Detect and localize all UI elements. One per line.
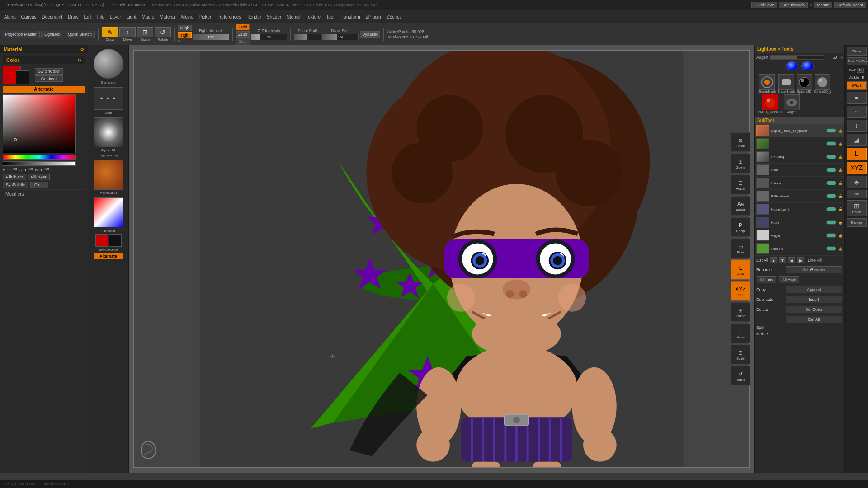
subtool-visible-0[interactable] [826, 128, 836, 133]
menu-texture[interactable]: Texture [303, 14, 323, 20]
del-all-button[interactable]: Del All [786, 316, 842, 323]
menu-macro[interactable]: Macro [139, 14, 156, 20]
menu-zplugin[interactable]: ZPlugin [363, 14, 383, 20]
zadd-button[interactable]: Zadd [236, 24, 250, 30]
subtool-item-laym[interactable]: L.Aym 🔒 [755, 177, 844, 190]
rgb-button[interactable]: Rgb [178, 32, 192, 38]
augen-brush-icon[interactable] [784, 94, 800, 110]
alternate-button[interactable]: Alternate [3, 86, 85, 93]
tool-move[interactable]: ↕ [847, 120, 867, 132]
menu-render[interactable]: Render [244, 14, 264, 20]
focal-shift-slider[interactable]: 0 [294, 34, 321, 40]
arrow-up-btn[interactable]: ▲ [770, 257, 777, 263]
del-other-button[interactable]: Del Other [786, 306, 842, 313]
dots-brush-preview[interactable]: • • • [94, 87, 123, 110]
alpha-preview[interactable] [94, 117, 123, 147]
tool-clone[interactable]: Clone [847, 47, 867, 56]
subtool-item-frissen[interactable]: Frissen 🔒 [755, 242, 844, 255]
auto-reorder-button[interactable]: AutoReorder [786, 266, 842, 273]
brush-preview-sphere[interactable] [94, 49, 123, 79]
menu-movie[interactable]: Movie [179, 14, 196, 20]
all-high-button[interactable]: All High [779, 276, 799, 283]
menu-layer[interactable]: Layer [108, 14, 123, 20]
menu-canvas[interactable]: Canvas [19, 14, 39, 20]
simple-brush-icon[interactable] [759, 74, 775, 90]
menu-preferences[interactable]: Preferences [214, 14, 243, 20]
menu-alpha[interactable]: Alpha [2, 14, 18, 20]
subtool-visible-frissen[interactable] [826, 246, 836, 251]
subtool-item-brillenband[interactable]: Brillenband 🔒 [755, 190, 844, 203]
tool-clay[interactable]: ◪ [847, 134, 867, 146]
hue-bar[interactable] [3, 155, 76, 160]
dynamic-button[interactable]: Dynamic [360, 31, 380, 38]
fill-object-button[interactable]: FillObject [3, 174, 26, 180]
subtool-item-brille[interactable]: Brille 🔒 [755, 164, 844, 177]
color-secondary-swatch[interactable] [16, 70, 29, 84]
quicksave-button[interactable]: QuickSave [751, 2, 778, 8]
draw-button[interactable]: ✎ [102, 27, 118, 37]
pm3d-sphere-icon[interactable] [762, 94, 778, 110]
tool-polyf[interactable]: PolyF [847, 190, 867, 198]
menu-stencil[interactable]: Stencil [284, 14, 302, 20]
augen-scroll-btn[interactable]: ⊕ Scroll [731, 132, 750, 152]
sphere3d-1-icon[interactable] [815, 74, 830, 90]
append-button[interactable]: Append [786, 286, 842, 293]
z-intensity-slider[interactable]: 25 [251, 34, 287, 40]
subtool-visible-hosenband[interactable] [826, 207, 836, 211]
subtool-item-augen[interactable]: Augen 🔒 [755, 229, 844, 242]
sys-palette-button[interactable]: SysPalette [3, 182, 28, 188]
tool-local-active[interactable]: L [847, 148, 867, 160]
lightbox-btn[interactable]: LightBox [41, 31, 63, 38]
mrgb-button[interactable]: Mrgb [178, 25, 192, 31]
tool-spix3[interactable]: SPix 3 [847, 81, 867, 90]
gradient-preview-small[interactable] [94, 197, 123, 227]
insert-button[interactable]: Insert [786, 296, 842, 303]
tool-smooth[interactable]: ○ [847, 106, 867, 118]
seethrough-button[interactable]: See-through [779, 2, 808, 8]
subtool-visible-laym[interactable] [826, 181, 836, 185]
eye-left-btn[interactable] [786, 61, 798, 70]
subtool-item-hosenband[interactable]: Hosenband 🔒 [755, 203, 844, 216]
augen-slider[interactable] [770, 55, 824, 60]
rotate-button[interactable]: ↺ [155, 27, 171, 37]
rgb-intensity-slider[interactable]: 100 [193, 34, 229, 40]
fill-layer-button[interactable]: FillLayer [28, 174, 50, 180]
arrow-right-btn[interactable]: ▶ [797, 257, 804, 263]
switch-color-black[interactable] [109, 234, 122, 247]
move-button[interactable]: ↕ [119, 27, 136, 37]
subtool-visible-augen[interactable] [826, 233, 836, 238]
tool-xyz-active[interactable]: XYZ [847, 162, 867, 174]
aahat-btn[interactable]: Aa AaHat [731, 196, 750, 216]
brightness-bar[interactable] [3, 161, 76, 166]
menu-transform[interactable]: Transform [337, 14, 362, 20]
subtool-visible-1[interactable] [826, 141, 836, 146]
eraser-brush-icon[interactable] [778, 74, 794, 90]
clear-button[interactable]: Clear [30, 182, 48, 188]
projection-master-btn[interactable]: Projection Master [2, 31, 40, 38]
all-low-button[interactable]: All Low [757, 276, 776, 283]
eye-right-btn[interactable] [801, 61, 814, 70]
zsub-button[interactable]: Zsub [236, 31, 250, 38]
menu-zscript[interactable]: ZScript [384, 14, 403, 20]
menu-light[interactable]: Light [124, 14, 139, 20]
xyz-btn[interactable]: XYZ XYZ [731, 281, 750, 301]
local-btn[interactable]: L Local [731, 260, 750, 280]
draw-size-slider[interactable]: 39 [322, 34, 359, 40]
sphere3d-icon[interactable] [797, 74, 812, 90]
tool-standard[interactable]: ● [847, 92, 867, 104]
defaultzscript-button[interactable]: DefaultZScript [834, 2, 866, 8]
menu-picker[interactable]: Picker [197, 14, 214, 20]
subtool-item-1[interactable]: 🔒 [755, 137, 844, 150]
scale-button[interactable]: ⊡ [137, 27, 153, 37]
go2-all-btn[interactable]: All [857, 68, 864, 73]
menu-shader[interactable]: Shader [264, 14, 283, 20]
tool-frame[interactable]: ⊞ Frame [847, 200, 867, 216]
arrow-down-btn[interactable]: ▼ [779, 257, 786, 263]
menu-edit[interactable]: Edit [81, 14, 94, 20]
actual-btn[interactable]: ⊡ Actual [731, 175, 750, 195]
switch-color-button[interactable]: SwitchColor [35, 68, 63, 75]
scale-vp-btn[interactable]: ⊡ Scale [731, 345, 750, 365]
floor-btn[interactable]: ▭ Floor [731, 239, 750, 258]
arrow-left-btn[interactable]: ◀ [788, 257, 795, 263]
g-slider[interactable] [28, 168, 33, 170]
